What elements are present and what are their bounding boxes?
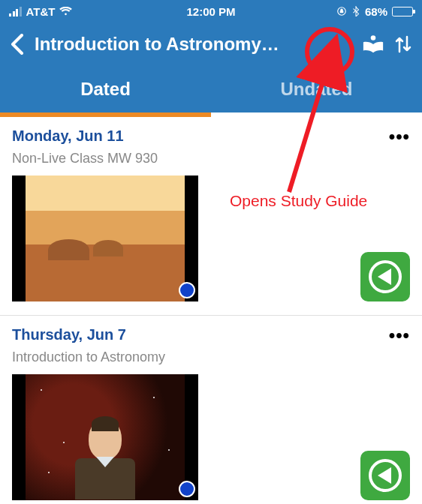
nav-bar: Introduction to Astronomy… xyxy=(0,22,422,66)
list-item: Monday, Jun 11 ••• Non-Live Class MW 930 xyxy=(0,117,422,316)
more-button[interactable]: ••• xyxy=(389,132,410,141)
content-list: Monday, Jun 11 ••• Non-Live Class MW 930… xyxy=(0,117,422,504)
video-thumbnail[interactable] xyxy=(12,176,198,302)
list-item: Thursday, Jun 7 ••• Introduction to Astr… xyxy=(0,316,422,504)
play-button[interactable] xyxy=(360,451,410,500)
battery-pct: 68% xyxy=(365,5,387,18)
bluetooth-icon xyxy=(351,6,360,16)
entry-date: Thursday, Jun 7 xyxy=(12,326,126,344)
play-icon xyxy=(369,459,402,492)
entry-subtitle: Introduction to Astronomy xyxy=(12,350,410,365)
status-bar: AT&T 12:00 PM 68% xyxy=(0,0,422,22)
orientation-lock-icon xyxy=(336,6,347,16)
chevron-left-icon xyxy=(11,34,24,55)
video-thumbnail[interactable] xyxy=(12,374,198,500)
book-reader-icon xyxy=(362,34,384,55)
sort-button[interactable] xyxy=(395,35,411,53)
signal-icon xyxy=(9,7,22,16)
tab-dated[interactable]: Dated xyxy=(0,66,211,112)
record-badge-icon xyxy=(179,481,195,497)
entry-date: Monday, Jun 11 xyxy=(12,128,124,145)
play-button[interactable] xyxy=(360,252,410,302)
tab-undated[interactable]: Undated xyxy=(211,66,422,112)
wifi-icon xyxy=(59,7,72,16)
record-badge-icon xyxy=(179,282,195,298)
tab-undated-label: Undated xyxy=(281,79,353,100)
page-title: Introduction to Astronomy… xyxy=(35,34,351,55)
more-button[interactable]: ••• xyxy=(389,331,410,340)
annotation-label: Opens Study Guide xyxy=(230,192,367,210)
entry-subtitle: Non-Live Class MW 930 xyxy=(12,151,410,166)
play-icon xyxy=(369,260,402,293)
study-guide-button[interactable] xyxy=(362,34,384,55)
back-button[interactable] xyxy=(11,34,24,55)
tab-dated-label: Dated xyxy=(80,79,131,100)
tab-bar: Dated Undated xyxy=(0,66,422,112)
clock-label: 12:00 PM xyxy=(143,5,278,18)
carrier-label: AT&T xyxy=(26,5,56,18)
svg-point-1 xyxy=(371,35,376,40)
sort-arrows-icon xyxy=(395,35,411,53)
battery-icon xyxy=(392,7,413,16)
